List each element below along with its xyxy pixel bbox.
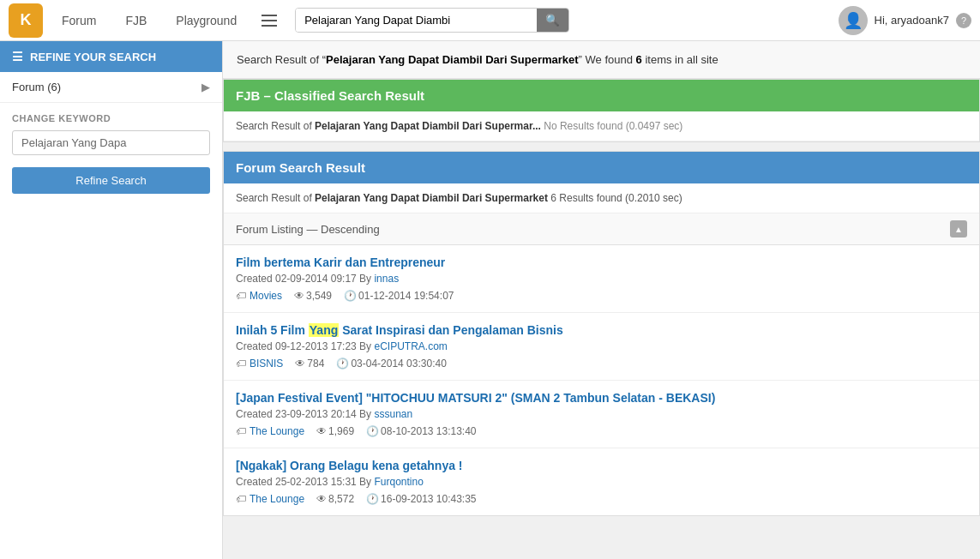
- clock-icon-4: 🕐: [366, 493, 379, 505]
- refine-search-button[interactable]: Refine Search: [12, 167, 210, 194]
- logo[interactable]: K: [9, 3, 43, 38]
- views-icon-3: 👁: [316, 425, 327, 437]
- sidebar-forum-item[interactable]: Forum (6) ▶: [0, 72, 222, 103]
- result-meta-4: Created 25-02-2013 15:31 By Furqontino: [236, 476, 967, 488]
- clock-icon-3: 🕐: [366, 425, 379, 437]
- result-views-1: 3,549: [306, 290, 332, 302]
- nav-playground[interactable]: Playground: [165, 14, 247, 27]
- top-nav: K Forum FJB Playground 🔍 👤 Hi, aryadoank…: [0, 0, 980, 41]
- table-row: Film bertema Karir dan Entrepreneur Crea…: [224, 245, 979, 313]
- clock-icon-1: 🕐: [344, 290, 357, 302]
- result-count: 6: [636, 53, 642, 66]
- top-search-box: 🔍: [295, 8, 569, 33]
- result-views-2: 784: [307, 358, 324, 370]
- title-after-2: Sarat Inspirasi dan Pengalaman Bisnis: [339, 323, 562, 337]
- user-name: Hi, aryadoank7: [875, 14, 949, 27]
- tag-icon-3: 🏷: [236, 425, 246, 437]
- table-row: [Japan Festival Event] "HITOCHUU MATSURI…: [224, 381, 979, 448]
- result-tags-1: 🏷 Movies 👁 3,549 🕐 01-12-2014 19:54:07: [236, 290, 967, 302]
- fjb-sub-result: Search Result of Pelajaran Yang Dapat Di…: [224, 111, 979, 141]
- result-title-1[interactable]: Film bertema Karir dan Entrepreneur: [236, 255, 967, 269]
- result-meta-1: Created 02-09-2014 09:17 By innas: [236, 273, 967, 285]
- result-tag-1[interactable]: Movies: [250, 290, 282, 302]
- sidebar-keyword-section: CHANGE KEYWORD Refine Search: [0, 103, 222, 197]
- result-date-3: 08-10-2013 13:13:40: [381, 425, 476, 437]
- keyword-input[interactable]: [12, 130, 210, 155]
- result-tag-4[interactable]: The Lounge: [250, 493, 304, 505]
- result-date-2: 03-04-2014 03:30:40: [351, 358, 446, 370]
- result-tag-2[interactable]: BISNIS: [250, 358, 283, 370]
- result-title-4[interactable]: [Ngakak] Orang Belagu kena getahnya !: [236, 459, 967, 472]
- avatar: 👤: [839, 6, 868, 35]
- result-tags-2: 🏷 BISNIS 👁 784 🕐 03-04-2014 03:30:40: [236, 358, 967, 370]
- result-title-3[interactable]: [Japan Festival Event] "HITOCHUU MATSURI…: [236, 391, 967, 405]
- views-icon-4: 👁: [316, 493, 327, 505]
- main-layout: ☰ REFINE YOUR SEARCH Forum (6) ▶ CHANGE …: [0, 41, 980, 559]
- menu-icon: ☰: [12, 50, 23, 63]
- listing-label: Forum Listing — Descending: [236, 223, 380, 236]
- tag-icon-1: 🏷: [236, 290, 246, 302]
- result-date-1: 01-12-2014 19:54:07: [358, 290, 454, 302]
- forum-query: Pelajaran Yang Dapat Diambil Dari Superm…: [315, 192, 548, 204]
- top-search-input[interactable]: [296, 9, 537, 32]
- top-search-button[interactable]: 🔍: [537, 9, 568, 32]
- result-tag-3[interactable]: The Lounge: [250, 425, 304, 437]
- result-author-4[interactable]: Furqontino: [374, 476, 423, 488]
- sidebar-forum-label: Forum (6): [12, 81, 61, 93]
- result-meta-3: Created 23-09-2013 20:14 By sssunan: [236, 408, 967, 420]
- result-summary-text: Search Result of “Pelajaran Yang Dapat D…: [237, 53, 718, 66]
- views-icon-1: 👁: [294, 290, 304, 302]
- main-content: Search Result of “Pelajaran Yang Dapat D…: [223, 41, 980, 559]
- forum-listing-bar: Forum Listing — Descending ▲: [224, 213, 979, 245]
- tag-icon-4: 🏷: [236, 493, 246, 505]
- fjb-query: Pelajaran Yang Dapat Diambil Dari Superm…: [315, 120, 541, 132]
- result-author-3[interactable]: sssunan: [374, 408, 412, 420]
- change-keyword-label: CHANGE KEYWORD: [12, 113, 210, 123]
- forum-header: Forum Search Result: [224, 152, 979, 183]
- fjb-no-result: No Results found (0.0497 sec): [544, 120, 682, 132]
- forum-sub-result: Search Result of Pelajaran Yang Dapat Di…: [224, 183, 979, 213]
- title-before-2: Inilah 5 Film: [236, 323, 309, 337]
- result-author-1[interactable]: innas: [374, 273, 399, 285]
- result-keyword: Pelajaran Yang Dapat Diambil Dari Superm…: [326, 53, 579, 66]
- nav-forum[interactable]: Forum: [51, 14, 106, 27]
- views-icon-2: 👁: [295, 358, 305, 370]
- result-title-2[interactable]: Inilah 5 Film Yang Sarat Inspirasi dan P…: [236, 323, 967, 337]
- result-meta-2: Created 09-12-2013 17:23 By eCIPUTRA.com: [236, 340, 967, 352]
- fjb-header: FJB – Classified Search Result: [224, 80, 979, 111]
- forum-result-count: 6 Results found (0.2010 sec): [550, 192, 682, 204]
- result-author-2[interactable]: eCIPUTRA.com: [374, 340, 447, 352]
- forum-section: Forum Search Result Search Result of Pel…: [223, 151, 980, 516]
- sidebar: ☰ REFINE YOUR SEARCH Forum (6) ▶ CHANGE …: [0, 41, 223, 559]
- table-row: [Ngakak] Orang Belagu kena getahnya ! Cr…: [224, 448, 979, 515]
- sort-icon[interactable]: ▲: [950, 220, 967, 237]
- fjb-section: FJB – Classified Search Result Search Re…: [223, 79, 980, 142]
- user-area: 👤 Hi, aryadoank7 ?: [839, 6, 971, 35]
- result-views-4: 8,572: [328, 493, 354, 505]
- table-row: Inilah 5 Film Yang Sarat Inspirasi dan P…: [224, 313, 979, 381]
- result-views-3: 1,969: [328, 425, 354, 437]
- result-date-4: 16-09-2013 10:43:35: [381, 493, 476, 505]
- sidebar-header: ☰ REFINE YOUR SEARCH: [0, 41, 222, 72]
- clock-icon-2: 🕐: [336, 358, 349, 370]
- sidebar-header-label: REFINE YOUR SEARCH: [30, 51, 156, 63]
- hamburger-menu[interactable]: [256, 7, 283, 34]
- result-summary: Search Result of “Pelajaran Yang Dapat D…: [223, 41, 980, 79]
- help-icon[interactable]: ?: [956, 13, 971, 28]
- nav-fjb[interactable]: FJB: [115, 14, 157, 27]
- tag-icon-2: 🏷: [236, 358, 246, 370]
- result-tags-3: 🏷 The Lounge 👁 1,969 🕐 08-10-2013 13:13:…: [236, 425, 967, 437]
- title-highlight-2: Yang: [309, 323, 339, 337]
- result-tags-4: 🏷 The Lounge 👁 8,572 🕐 16-09-2013 10:43:…: [236, 493, 967, 505]
- sidebar-arrow-icon: ▶: [201, 81, 210, 93]
